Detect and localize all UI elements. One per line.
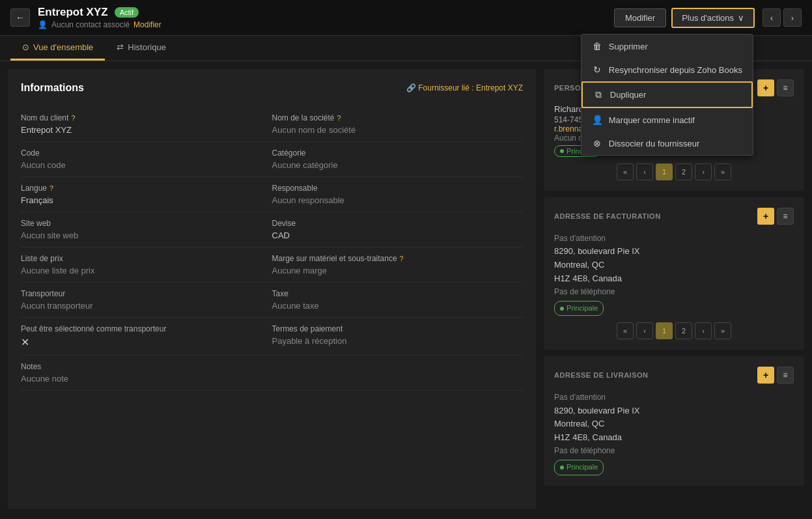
field-liste-prix-value: Aucune liste de prix: [21, 266, 259, 275]
help-icon-4[interactable]: ?: [400, 255, 404, 262]
dropdown-resynchroniser[interactable]: ↻ Resynchroniser depuis Zoho Books: [581, 58, 753, 81]
field-nom-societe: Nom de la société ? Aucun nom de société: [272, 107, 524, 142]
delivery-list-button[interactable]: ≡: [777, 367, 794, 384]
field-responsable: Responsable Aucun responsable: [272, 177, 524, 212]
delivery-add-button[interactable]: +: [757, 367, 774, 384]
dropdown-dissocier-label: Dissocier du fournisseur: [609, 139, 699, 148]
contact-icon: 👤: [38, 20, 48, 29]
field-site-web-label: Site web: [21, 219, 259, 228]
contacts-last-page[interactable]: »: [714, 163, 731, 180]
top-header: ← Entrepot XYZ Actif 👤 Aucun contact ass…: [0, 0, 812, 36]
billing-principale-badge-dot: [560, 307, 564, 311]
billing-section-actions: + ≡: [757, 208, 794, 225]
field-taxe-label: Taxe: [272, 289, 524, 298]
field-code: Code Aucun code: [21, 142, 272, 177]
help-icon[interactable]: ?: [71, 114, 75, 122]
tab-historique[interactable]: ⇄ Historique: [105, 36, 178, 61]
dropdown-resynchroniser-label: Resynchroniser depuis Zoho Books: [609, 65, 742, 75]
delivery-line2: Montreal, QC: [554, 417, 794, 431]
tab-vue-ensemble[interactable]: ⊙ Vue d'ensemble: [10, 36, 105, 61]
contacts-prev-page[interactable]: ‹: [636, 163, 653, 180]
field-liste-prix: Liste de prix Aucune liste de prix: [21, 247, 272, 283]
modifier-link[interactable]: Modifier: [133, 20, 161, 29]
billing-line3: H1Z 4E8, Canada: [554, 272, 794, 286]
back-button[interactable]: ←: [10, 8, 30, 27]
billing-list-button[interactable]: ≡: [777, 208, 794, 225]
field-nom-client-value: Entrepot XYZ: [21, 125, 259, 135]
header-title-block: Entrepot XYZ Actif 👤 Aucun contact assoc…: [38, 6, 614, 29]
contact-row: 👤 Aucun contact associé Modifier: [38, 20, 614, 29]
supplier-link-text: 🔗 Fournisseur lié : Entrepot XYZ: [406, 83, 523, 92]
field-responsable-value: Aucun responsable: [272, 195, 524, 205]
field-categorie: Catégorie Aucune catégorie: [272, 142, 524, 177]
delivery-line1: 8290, boulevard Pie IX: [554, 404, 794, 418]
field-transporteur-select-label: Peut être sélectionné comme transporteur: [21, 324, 259, 333]
delivery-section-actions: + ≡: [757, 367, 794, 384]
page-title: Entrepot XYZ: [38, 6, 108, 19]
delivery-section: ADRESSE DE LIVRAISON + ≡ Pas d'attention…: [544, 356, 804, 485]
nav-prev-button[interactable]: ‹: [763, 8, 781, 27]
billing-principale-badge-label: Principale: [567, 303, 598, 315]
field-langue-label: Langue ?: [21, 184, 259, 193]
field-termes-paiement: Termes de paiement Payable à réception: [272, 318, 524, 356]
billing-add-button[interactable]: +: [757, 208, 774, 225]
dropdown-supprimer[interactable]: 🗑 Supprimer: [581, 35, 753, 58]
help-icon-2[interactable]: ?: [337, 114, 341, 122]
billing-pagination: « ‹ 1 2 › »: [554, 322, 794, 339]
dropdown-dissocier[interactable]: ⊗ Dissocier du fournisseur: [581, 132, 753, 155]
field-notes-value: Aucune note: [21, 374, 259, 384]
supplier-link[interactable]: 🔗 Fournisseur lié : Entrepot XYZ: [406, 83, 523, 92]
billing-attention: Pas d'attention: [554, 232, 794, 245]
modifier-button[interactable]: Modifier: [614, 8, 666, 27]
field-transporteur-select-value: ✕: [21, 336, 259, 348]
field-transporteur-select: Peut être sélectionné comme transporteur…: [21, 318, 272, 356]
dropdown-marquer-inactif[interactable]: 👤 Marquer comme inactif: [581, 108, 753, 132]
left-panel: Informations 🔗 Fournisseur lié : Entrepo…: [8, 69, 536, 509]
billing-page-2[interactable]: 2: [675, 322, 692, 339]
overview-icon: ⊙: [22, 42, 29, 52]
billing-last-page[interactable]: »: [714, 322, 731, 339]
delivery-section-header: ADRESSE DE LIVRAISON + ≡: [554, 367, 794, 384]
field-code-value: Aucun code: [21, 160, 259, 170]
billing-next-page[interactable]: ›: [695, 322, 712, 339]
billing-principale-badge: Principale: [554, 301, 604, 316]
field-devise-value: CAD: [272, 231, 524, 240]
field-transporteur: Transporteur Aucun transporteur: [21, 283, 272, 318]
header-title-row: Entrepot XYZ Actif: [38, 6, 614, 19]
field-nom-societe-value: Aucun nom de société: [272, 125, 524, 135]
field-transporteur-label: Transporteur: [21, 289, 259, 298]
dropdown-menu: 🗑 Supprimer ↻ Resynchroniser depuis Zoho…: [581, 34, 753, 156]
status-badge: Actif: [115, 7, 139, 18]
field-marge-label: Marge sur matériel et sous-traitance ?: [272, 254, 524, 263]
contacts-page-2[interactable]: 2: [675, 163, 692, 180]
field-devise: Devise CAD: [272, 212, 524, 247]
plus-actions-button[interactable]: Plus d'actions ∨: [671, 8, 755, 28]
contacts-add-button[interactable]: +: [757, 79, 774, 96]
billing-prev-page[interactable]: ‹: [636, 322, 653, 339]
billing-line1: 8290, boulevard Pie IX: [554, 245, 794, 259]
field-termes-paiement-value: Payable à réception: [272, 336, 524, 346]
field-notes: Notes Aucune note: [21, 356, 272, 391]
billing-page-1[interactable]: 1: [656, 322, 673, 339]
field-marge: Marge sur matériel et sous-traitance ? A…: [272, 247, 524, 283]
dropdown-dupliquer[interactable]: ⧉ Dupliquer: [581, 81, 753, 108]
billing-section-title: ADRESSE DE FACTURATION: [554, 212, 661, 220]
delivery-address: Pas d'attention 8290, boulevard Pie IX M…: [554, 391, 794, 475]
nav-next-button[interactable]: ›: [783, 8, 802, 27]
dropdown-dupliquer-label: Dupliquer: [610, 90, 647, 100]
field-termes-paiement-label: Termes de paiement: [272, 324, 524, 333]
contacts-next-page[interactable]: ›: [695, 163, 712, 180]
contacts-first-page[interactable]: «: [617, 163, 634, 180]
field-nom-societe-label: Nom de la société ?: [272, 113, 524, 122]
billing-section-header: ADRESSE DE FACTURATION + ≡: [554, 208, 794, 225]
field-langue-value: Français: [21, 195, 259, 205]
contacts-page-1[interactable]: 1: [656, 163, 673, 180]
header-actions: Modifier Plus d'actions ∨ ‹ ›: [614, 8, 802, 28]
field-categorie-label: Catégorie: [272, 148, 524, 158]
billing-first-page[interactable]: «: [617, 322, 634, 339]
contacts-section-actions: + ≡: [757, 79, 794, 96]
help-icon-3[interactable]: ?: [49, 184, 53, 192]
delivery-line3: H1Z 4E8, Canada: [554, 431, 794, 445]
delivery-principale-badge-label: Principale: [567, 462, 598, 473]
contacts-list-button[interactable]: ≡: [777, 79, 794, 96]
